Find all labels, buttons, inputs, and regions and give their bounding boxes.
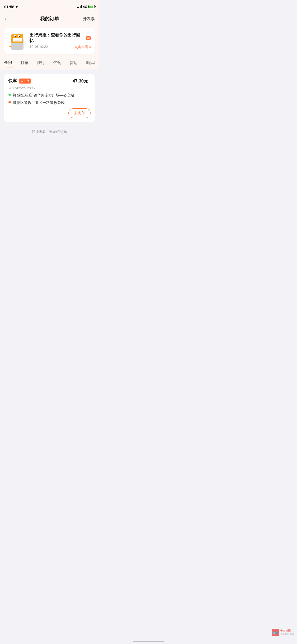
- banner-link[interactable]: 点击查看 »: [74, 45, 91, 49]
- destination-dot: [8, 101, 11, 103]
- order-footer: 去支付: [8, 108, 91, 118]
- route-to: 顺德区道教工业区一路道教公园: [8, 100, 91, 105]
- tab-rideshare[interactable]: 顺风车: [82, 58, 95, 67]
- main-content: 快车 未支付 47.30元 › 2017-02-25 20:19 禅城区.祖庙.…: [0, 70, 99, 142]
- back-button[interactable]: ‹: [4, 14, 8, 23]
- category-tabs: 全部 打车 骑行 代驾 货运 顺风车: [4, 58, 95, 70]
- new-badge: 新: [86, 36, 91, 40]
- load-more[interactable]: 轻按查看23年09月订单: [0, 124, 99, 140]
- status-bar: 01:58 ➤ 4G ⚡: [0, 0, 99, 12]
- origin-dot: [8, 94, 11, 96]
- page-title: 我的订单: [40, 16, 59, 22]
- order-route: 禅城区.祖庙.锦华路东方广场—公交站 顺德区道教工业区一路道教公园: [8, 93, 91, 105]
- status-right: 4G ⚡: [77, 5, 95, 9]
- tab-taxi[interactable]: 打车: [16, 58, 33, 67]
- signal-icon: [77, 5, 82, 8]
- invoice-button[interactable]: 开发票: [83, 16, 95, 21]
- location-icon: ➤: [15, 5, 18, 9]
- tab-all[interactable]: 全部: [4, 58, 16, 67]
- tab-cycling[interactable]: 骑行: [33, 58, 49, 67]
- sparkle-icon: ✦: [8, 44, 12, 49]
- weekly-report-banner[interactable]: ✦ 出行周报：查看你的出行回忆 新 10.16-10.22 点击查看 »: [4, 28, 95, 54]
- banner-title: 出行周报：查看你的出行回忆: [30, 33, 84, 44]
- order-header: 快车 未支付 47.30元 ›: [8, 78, 91, 84]
- order-type: 快车: [8, 78, 17, 84]
- banner-date: 10.16-10.22: [30, 45, 48, 49]
- route-from: 禅城区.祖庙.锦华路东方广场—公交站: [8, 93, 91, 98]
- order-price: 47.30元: [73, 78, 88, 84]
- banner-image: ✦: [8, 32, 26, 50]
- order-status-badge: 未支付: [19, 79, 31, 84]
- pay-button[interactable]: 去支付: [68, 108, 91, 118]
- order-datetime: 2017-02-25 20:19: [8, 86, 91, 90]
- tab-freight[interactable]: 货运: [65, 58, 82, 67]
- banner-container: ✦ 出行周报：查看你的出行回忆 新 10.16-10.22 点击查看 »: [0, 26, 99, 58]
- banner-content: 出行周报：查看你的出行回忆 新 10.16-10.22 点击查看 »: [30, 33, 91, 50]
- tab-driver[interactable]: 代驾: [49, 58, 65, 67]
- chevron-right-icon: ›: [89, 79, 91, 83]
- network-type: 4G: [83, 5, 87, 9]
- tabs-container: 全部 打车 骑行 代驾 货运 顺风车: [0, 58, 99, 70]
- order-card[interactable]: 快车 未支付 47.30元 › 2017-02-25 20:19 禅城区.祖庙.…: [4, 74, 95, 122]
- nav-bar: ‹ 我的订单 开发票: [0, 12, 99, 26]
- battery-icon: ⚡: [88, 5, 95, 8]
- status-time: 01:58 ➤: [4, 4, 18, 9]
